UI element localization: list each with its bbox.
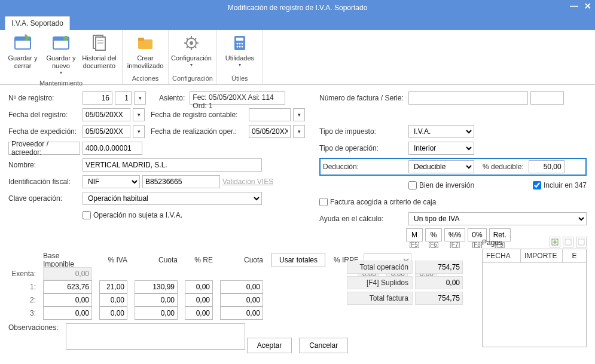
col-importe: IMPORTE bbox=[521, 249, 563, 262]
fecha-exped-input[interactable] bbox=[83, 125, 130, 138]
label: Ayuda en el cálculo: bbox=[319, 215, 406, 223]
add-pago-icon[interactable] bbox=[550, 237, 560, 247]
minimize-button[interactable]: — bbox=[570, 1, 578, 11]
date-button[interactable]: ▾ bbox=[133, 125, 145, 138]
svg-point-18 bbox=[239, 46, 240, 48]
m-button[interactable]: M bbox=[406, 228, 423, 241]
exenta-base bbox=[43, 267, 92, 280]
grid-area: Base Imponible % IVA Cuota % RE Cuota Us… bbox=[0, 248, 595, 320]
label: Fecha de registro contable: bbox=[151, 111, 246, 119]
guardar-nuevo-button[interactable]: Guardar y nuevo ▾ bbox=[42, 31, 80, 78]
r3-cuota-input[interactable] bbox=[135, 307, 178, 320]
pct-deducible-input[interactable] bbox=[529, 160, 565, 173]
label: % deducible: bbox=[483, 163, 526, 171]
r2-cuota-input[interactable] bbox=[135, 293, 178, 307]
guardar-cerrar-button[interactable]: Guardar y cerrar bbox=[4, 31, 42, 78]
serie-input[interactable] bbox=[530, 91, 564, 105]
suplidos bbox=[415, 276, 463, 289]
n-registro-sub-input[interactable] bbox=[115, 91, 132, 105]
svg-point-14 bbox=[236, 43, 238, 45]
r2-piva-input[interactable] bbox=[99, 293, 127, 307]
factura-caja-checkbox[interactable]: Factura acogida a criterio de caja bbox=[319, 198, 436, 206]
total-factura bbox=[415, 292, 463, 305]
cancelar-button[interactable]: Cancelar bbox=[299, 338, 348, 353]
chevron-down-icon: ▾ bbox=[60, 70, 62, 76]
op-no-sujeta-checkbox[interactable]: Operación no sujeta a I.V.A. bbox=[83, 211, 182, 219]
validacion-vies-link[interactable]: Validación VIES bbox=[222, 178, 273, 186]
r3-piva-input[interactable] bbox=[99, 307, 127, 320]
calculator-icon bbox=[230, 33, 249, 53]
svg-point-16 bbox=[241, 43, 243, 45]
clave-op-select[interactable]: Operación habitual bbox=[83, 192, 262, 205]
incluir-347-checkbox[interactable]: Incluir en 347 bbox=[533, 181, 587, 189]
svg-rect-9 bbox=[138, 38, 144, 41]
right-column: Número de factura / Serie: Tipo de impue… bbox=[319, 91, 587, 248]
tab-strip: I.V.A. Soportado bbox=[0, 16, 595, 30]
chevron-down-icon: ▾ bbox=[190, 62, 193, 68]
num-factura-input[interactable] bbox=[408, 91, 528, 105]
r2-pre-input[interactable] bbox=[185, 293, 213, 307]
tipo-impuesto-select[interactable]: I.V.A. bbox=[408, 125, 474, 138]
svg-point-11 bbox=[190, 41, 193, 45]
crear-inmovilizado-button[interactable]: Crear inmovilizado bbox=[126, 31, 164, 74]
configuracion-button[interactable]: Configuración ▾ bbox=[172, 31, 210, 74]
r3-base-input[interactable] bbox=[43, 307, 92, 320]
aceptar-button[interactable]: Aceptar bbox=[247, 338, 292, 353]
svg-point-17 bbox=[236, 46, 238, 48]
fecha-real-input[interactable] bbox=[249, 125, 291, 138]
r1-piva-input[interactable] bbox=[99, 280, 127, 293]
usar-totales-button[interactable]: Usar totales bbox=[271, 253, 325, 267]
label: Tipo de impuesto: bbox=[319, 127, 406, 136]
date-button[interactable]: ▾ bbox=[133, 108, 145, 121]
r1-pre-input[interactable] bbox=[185, 280, 213, 293]
r3-pre-input[interactable] bbox=[185, 307, 213, 320]
ayuda-calculo-select[interactable]: Un tipo de IVA bbox=[408, 212, 587, 225]
r3-cuota2-input[interactable] bbox=[220, 307, 263, 320]
svg-rect-21 bbox=[565, 239, 571, 245]
date-button[interactable]: ▾ bbox=[293, 125, 305, 138]
label: Clave operación: bbox=[8, 194, 80, 203]
r2-base-input[interactable] bbox=[43, 293, 92, 307]
label: Fecha del registro: bbox=[8, 111, 80, 119]
label: Deducción: bbox=[323, 163, 406, 171]
deduccion-select[interactable]: Deducible bbox=[408, 160, 474, 173]
form-area: Nº de registro: ▾ Asiento: Fec: 05/05/20… bbox=[0, 85, 595, 248]
close-button[interactable]: ✕ bbox=[584, 1, 591, 11]
id-fiscal-tipo-select[interactable]: NIF bbox=[83, 175, 140, 188]
date-button[interactable]: ▾ bbox=[293, 108, 305, 121]
label: Fecha de realización oper.: bbox=[151, 127, 246, 136]
label: Identificación fiscal: bbox=[8, 178, 80, 186]
n-registro-input[interactable] bbox=[83, 91, 112, 105]
utilidades-button[interactable]: Utilidades ▾ bbox=[221, 31, 259, 74]
label: Asiento: bbox=[159, 94, 187, 102]
label: Fecha de expedición: bbox=[8, 127, 80, 136]
nombre-input[interactable] bbox=[83, 158, 262, 172]
label: Número de factura / Serie: bbox=[319, 94, 406, 102]
r2-cuota2-input[interactable] bbox=[220, 293, 263, 307]
asiento-display: Fec: 05/05/20XX Asi: 114 Ord: 1 bbox=[190, 91, 285, 105]
spin-button[interactable]: ▾ bbox=[134, 91, 146, 105]
pagos-table: FECHA IMPORTE E bbox=[482, 249, 587, 347]
bien-inversion-checkbox[interactable]: Bien de inversión bbox=[408, 181, 474, 189]
window-title: Modificación de registro de I.V.A. Sopor… bbox=[228, 4, 368, 12]
save-new-icon bbox=[51, 33, 71, 53]
fecha-reg-cont-input[interactable] bbox=[249, 108, 291, 121]
group-label: Mantenimiento bbox=[4, 78, 118, 89]
r1-cuota-input[interactable] bbox=[135, 280, 178, 293]
id-fiscal-num-input[interactable] bbox=[142, 175, 220, 188]
label: Observaciones: bbox=[8, 323, 62, 332]
total-operacion bbox=[415, 261, 463, 274]
r1-cuota2-input[interactable] bbox=[220, 280, 263, 293]
historial-button[interactable]: Historial del documento bbox=[80, 31, 118, 78]
r1-base-input[interactable] bbox=[43, 280, 92, 293]
pct-button[interactable]: % bbox=[425, 228, 442, 241]
edit-pago-icon[interactable] bbox=[563, 237, 573, 247]
del-pago-icon[interactable] bbox=[576, 237, 587, 247]
tipo-operacion-select[interactable]: Interior bbox=[408, 142, 474, 155]
proveedor-input[interactable] bbox=[83, 142, 142, 155]
tab-iva-soportado[interactable]: I.V.A. Soportado bbox=[5, 16, 70, 30]
fecha-registro-input[interactable] bbox=[83, 108, 130, 121]
pctpct-button[interactable]: %% bbox=[444, 228, 465, 241]
folder-icon bbox=[136, 33, 155, 53]
label: Tipo de operación: bbox=[319, 144, 406, 152]
